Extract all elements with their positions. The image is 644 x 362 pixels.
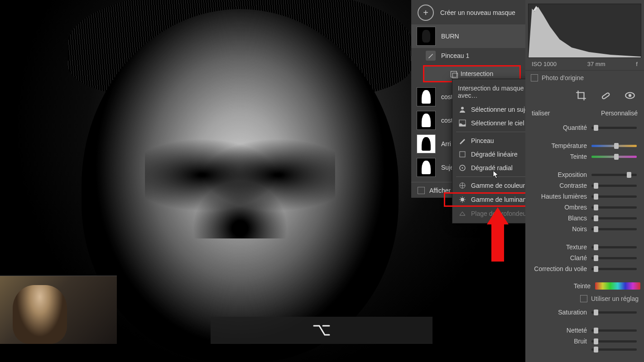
brush-label: Pinceau 1	[441, 52, 469, 59]
use-settings-label: Utiliser un réglag	[591, 295, 639, 302]
plus-icon: +	[418, 5, 434, 21]
slider-track[interactable]	[591, 195, 637, 198]
slider-Ombres[interactable]: Ombres	[525, 202, 640, 213]
slider-label: Ombres	[525, 204, 587, 211]
person-icon	[459, 106, 466, 113]
slider-track[interactable]	[591, 348, 637, 351]
slider-track[interactable]	[591, 156, 637, 158]
slider-Exposition[interactable]: Exposition	[525, 169, 640, 180]
histogram[interactable]	[528, 4, 641, 58]
depth-icon	[459, 210, 466, 217]
slider-Saturation[interactable]: Saturation	[525, 307, 640, 318]
brush-icon	[459, 137, 466, 144]
slider-knob[interactable]	[594, 266, 598, 272]
annotation-arrow	[490, 207, 505, 262]
slider-track[interactable]	[591, 145, 637, 147]
slider-Hautes lumières[interactable]: Hautes lumières	[525, 191, 640, 202]
mask-item-burn[interactable]: BURN	[411, 24, 525, 48]
slider-track[interactable]	[591, 329, 637, 332]
slider-label: Température	[525, 142, 587, 149]
checkbox-icon	[580, 295, 587, 302]
slider-Température[interactable]: Température	[525, 140, 640, 151]
iso-value: ISO 1000	[532, 61, 557, 67]
reset-button[interactable]: tialiser	[532, 110, 550, 117]
slider-knob[interactable]	[594, 347, 598, 352]
slider-knob[interactable]	[594, 205, 598, 210]
crop-icon[interactable]	[575, 90, 587, 101]
slider-label: Clarté	[525, 254, 587, 262]
slider-Quantité[interactable]: Quantité	[525, 122, 640, 133]
slider-label: Netteté	[525, 327, 587, 334]
preset-dropdown[interactable]: Personnalisé	[601, 110, 638, 117]
slider-knob[interactable]	[614, 143, 619, 149]
slider-track[interactable]	[591, 127, 637, 129]
mask-thumbnail	[417, 134, 436, 153]
slider-Bruit[interactable]: Bruit	[525, 336, 640, 347]
original-photo-toggle[interactable]: Photo d'origine	[525, 71, 644, 85]
menu-item-label: Dégradé radial	[471, 164, 513, 171]
mask-thumbnail	[417, 27, 436, 46]
slider-knob[interactable]	[614, 154, 619, 160]
slider-label: Texture	[525, 243, 587, 251]
slider-Clarté[interactable]: Clarté	[525, 252, 640, 263]
slider-knob[interactable]	[594, 338, 598, 344]
slider-Blancs[interactable]: Blancs	[525, 213, 640, 224]
slider-Teinte[interactable]: Teinte	[525, 151, 640, 162]
slider-track[interactable]	[591, 228, 637, 230]
svg-point-9	[629, 94, 632, 97]
option-key-icon	[312, 323, 331, 338]
svg-point-6	[461, 198, 464, 201]
hue-slider[interactable]	[595, 282, 640, 290]
checkbox-icon	[418, 187, 425, 194]
slider-track[interactable]	[591, 246, 637, 248]
use-settings-checkbox[interactable]: Utiliser un réglag	[525, 291, 644, 306]
slider-track[interactable]	[591, 268, 637, 270]
slider-knob[interactable]	[594, 328, 598, 333]
slider-Correction du voile[interactable]: Correction du voile	[525, 263, 640, 274]
slider-track[interactable]	[591, 174, 637, 176]
mouse-cursor-icon	[493, 170, 499, 179]
slider-knob[interactable]	[594, 194, 598, 200]
slider-knob[interactable]	[594, 310, 598, 315]
intersect-label: Intersection	[461, 70, 493, 77]
slider-knob[interactable]	[594, 255, 598, 261]
create-mask-button[interactable]: + Créer un nouveau masque	[411, 1, 525, 24]
slider-Noirs[interactable]: Noirs	[525, 224, 640, 234]
mask-thumbnail	[417, 87, 436, 106]
mask-component-brush[interactable]: Pinceau 1	[411, 48, 525, 63]
slider-Texture[interactable]: Texture	[525, 242, 640, 252]
svg-rect-7	[602, 92, 610, 99]
slider-unnamed[interactable]	[525, 347, 640, 352]
intersect-icon	[451, 71, 457, 77]
tool-strip	[525, 85, 644, 107]
slider-label: Noirs	[525, 225, 587, 233]
checkbox-icon	[531, 74, 538, 81]
slider-knob[interactable]	[594, 183, 598, 189]
slider-knob[interactable]	[594, 125, 598, 131]
menu-item-label: Gamme de couleur	[471, 182, 525, 189]
mask-label: Arri	[441, 140, 451, 148]
slider-label: Saturation	[525, 309, 587, 316]
eye-icon[interactable]	[624, 90, 636, 101]
slider-track[interactable]	[591, 257, 637, 259]
slider-track[interactable]	[591, 206, 637, 209]
aperture-value: f	[636, 61, 638, 67]
slider-track[interactable]	[591, 311, 637, 314]
hue-label: Teinte	[525, 282, 591, 290]
slider-label: Bruit	[525, 338, 587, 345]
slider-knob[interactable]	[594, 226, 598, 232]
create-mask-label: Créer un nouveau masque	[440, 9, 515, 16]
slider-Netteté[interactable]: Netteté	[525, 325, 640, 336]
slider-label: Hautes lumières	[525, 193, 587, 200]
slider-track[interactable]	[591, 340, 637, 343]
slider-track[interactable]	[591, 185, 637, 187]
linear-icon	[459, 151, 466, 158]
slider-Contraste[interactable]: Contraste	[525, 180, 640, 191]
slider-track[interactable]	[591, 217, 637, 219]
slider-knob[interactable]	[594, 244, 598, 250]
slider-knob[interactable]	[627, 172, 631, 178]
brush-icon	[426, 51, 436, 61]
menu-item-label: Dégradé linéaire	[471, 151, 518, 158]
slider-knob[interactable]	[594, 215, 598, 221]
heal-icon[interactable]	[600, 90, 611, 101]
